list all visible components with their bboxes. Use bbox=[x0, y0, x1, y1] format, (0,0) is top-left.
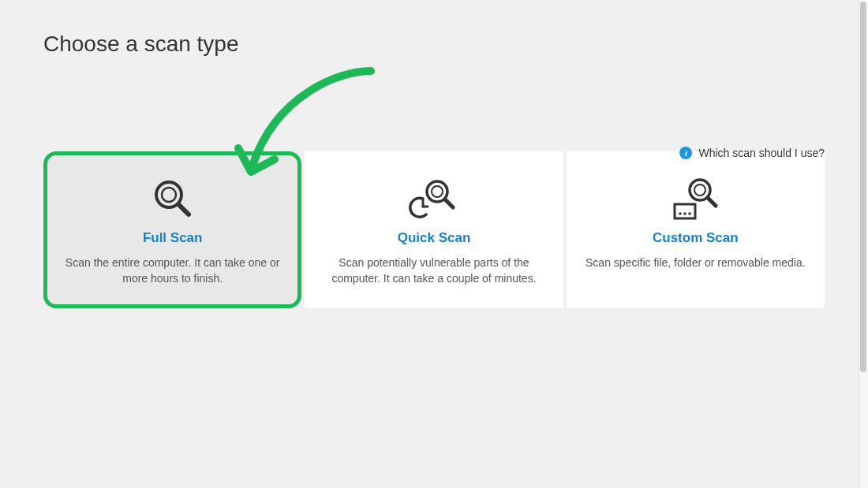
svg-point-9 bbox=[694, 184, 705, 196]
svg-rect-11 bbox=[675, 204, 695, 218]
svg-line-2 bbox=[178, 204, 189, 214]
svg-point-14 bbox=[689, 212, 692, 215]
info-icon: i bbox=[679, 147, 692, 159]
svg-line-5 bbox=[445, 199, 453, 207]
scrollbar-thumb[interactable] bbox=[860, 2, 866, 372]
svg-point-12 bbox=[679, 212, 683, 215]
full-scan-title: Full Scan bbox=[143, 230, 203, 246]
custom-scan-icon bbox=[668, 175, 722, 222]
svg-point-13 bbox=[684, 212, 687, 215]
page-title: Choose a scan type bbox=[43, 32, 825, 57]
which-scan-help-link[interactable]: i Which scan should I use? bbox=[679, 147, 825, 159]
custom-scan-desc: Scan specific file, folder or removable … bbox=[586, 255, 806, 271]
svg-line-10 bbox=[708, 198, 716, 206]
svg-point-4 bbox=[432, 186, 443, 197]
quick-scan-title: Quick Scan bbox=[398, 230, 471, 246]
custom-scan-card[interactable]: Custom Scan Scan specific file, folder o… bbox=[567, 151, 825, 308]
magnifier-icon bbox=[149, 175, 196, 222]
quick-scan-icon bbox=[409, 175, 459, 222]
help-link-label: Which scan should I use? bbox=[698, 147, 825, 159]
svg-point-1 bbox=[162, 188, 176, 202]
scan-type-cards: Full Scan Scan the entire computer. It c… bbox=[43, 151, 825, 308]
quick-scan-card[interactable]: Quick Scan Scan potentially vulnerable p… bbox=[305, 151, 563, 308]
scrollbar-track bbox=[859, 0, 868, 488]
custom-scan-title: Custom Scan bbox=[653, 230, 739, 246]
full-scan-desc: Scan the entire computer. It can take on… bbox=[62, 255, 283, 286]
quick-scan-desc: Scan potentially vulnerable parts of the… bbox=[324, 255, 544, 286]
full-scan-card[interactable]: Full Scan Scan the entire computer. It c… bbox=[43, 151, 301, 308]
